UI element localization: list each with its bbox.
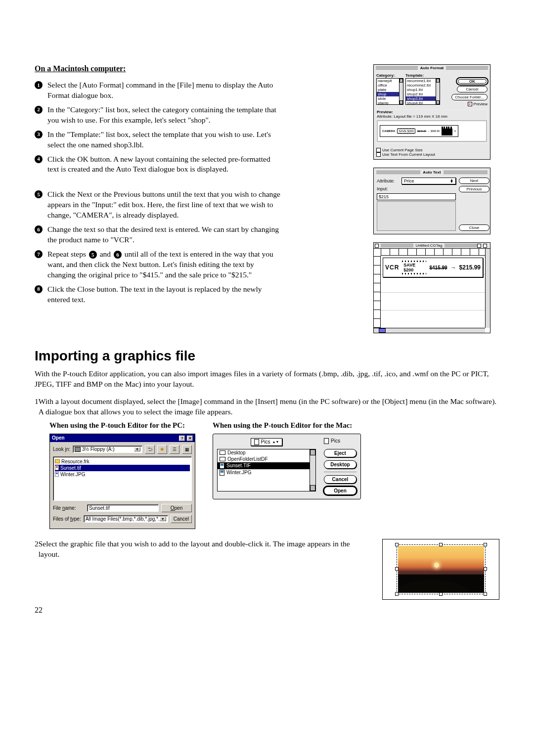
resize-handle[interactable]	[439, 592, 443, 596]
up-folder-button[interactable]: ⮌	[145, 445, 155, 454]
attribute-select[interactable]: Price ▲▼	[401, 178, 456, 184]
input-field[interactable]: $215	[377, 193, 456, 200]
step-8-text: Click the Close button. The text in the …	[47, 284, 282, 305]
bullet-6: 6	[35, 225, 43, 233]
checkbox-icon: ✕	[468, 102, 472, 106]
step-6: 6 Change the text so that the desired te…	[35, 224, 282, 245]
close-icon[interactable]: ✕	[187, 436, 193, 441]
details-view-button[interactable]: ▦	[182, 445, 192, 454]
cancel-button[interactable]: Cancel	[457, 86, 488, 92]
lookin-combo[interactable]: 3½ Floppy (A:) ▼	[73, 445, 142, 453]
category-listbox[interactable]: namepltofficeplateshopslidestampvideo	[376, 78, 403, 105]
ruler-horizontal	[381, 249, 485, 256]
file-list[interactable]: Desktop OpenFolderListDF Sunset.TIF Wint…	[217, 449, 316, 491]
new-folder-button[interactable]: ✱	[157, 445, 167, 454]
open-button[interactable]: Open	[161, 504, 192, 512]
eject-button[interactable]: Eject	[324, 449, 356, 457]
canvas[interactable]: VCR SAVE $200 $415.99 → $215.99	[381, 256, 485, 328]
window-title: Untitled:CGTag	[413, 243, 444, 248]
folder-icon	[220, 450, 225, 455]
file-icon	[55, 472, 59, 477]
scrollbar[interactable]	[399, 79, 403, 104]
open-button[interactable]: Open	[324, 487, 356, 495]
bullet-2: 2	[35, 106, 43, 114]
updown-icon: ▲▼	[272, 441, 279, 443]
step-3: 3 In the "Template:" list box, select th…	[35, 130, 282, 150]
template-listbox[interactable]: recomme1.lblrecomme2.lblshop1.lblshop2.l…	[405, 78, 440, 105]
list-view-button[interactable]: ☰	[170, 445, 179, 454]
close-button[interactable]: Close	[459, 224, 490, 231]
choose-folder-button[interactable]: Choose Folder...	[451, 94, 488, 100]
category-label: Category:	[376, 73, 403, 78]
scrollbar[interactable]	[310, 449, 315, 491]
resize-handle[interactable]	[395, 567, 399, 571]
preview-canvas: CAMERA SAVE $200 $549.99 → $399.99 0	[377, 120, 487, 142]
list-item[interactable]: shop2.lbl	[406, 92, 440, 96]
dialog-title: Open	[52, 435, 65, 441]
list-item[interactable]: shop1.lbl	[406, 88, 440, 92]
bullet-2: 2	[35, 539, 39, 560]
autotext-body	[377, 201, 456, 231]
filename-input[interactable]: Sunset.tif	[87, 504, 159, 512]
zoom-icon[interactable]	[477, 244, 481, 248]
step-2: 2 In the "Category:" list box, select th…	[35, 105, 282, 126]
resize-handle[interactable]	[395, 543, 399, 546]
preview-checkbox[interactable]: ✕ Preview	[468, 102, 488, 106]
collapse-icon[interactable]	[483, 244, 487, 248]
file-icon	[55, 465, 59, 470]
dropdown-icon[interactable]: ▼	[134, 447, 140, 451]
next-button[interactable]: Next	[459, 178, 490, 184]
import-step-1: 1 With a layout document displayed, sele…	[35, 397, 499, 417]
mac-open-dialog: Pics ▲▼ Desktop OpenFolderListDF Sunset.…	[213, 434, 361, 499]
lookin-label: Look in:	[53, 446, 70, 452]
dialog-title: Auto Format	[418, 66, 446, 70]
previous-button[interactable]: Previous	[459, 186, 490, 192]
step-2-text: In the "Category:" list box, select the …	[47, 105, 282, 126]
dialog-titlebar: Auto Text	[374, 169, 490, 176]
filetype-combo[interactable]: All Image Files(*.bmp,*.dib,*.jpg,*.gif,…	[84, 515, 168, 523]
list-item[interactable]: recomme1.lbl	[406, 79, 440, 83]
inline-bullet-6: 6	[114, 251, 122, 259]
import-step-2: 2 Select the graphic file that you wish …	[35, 539, 367, 560]
resize-handle[interactable]	[484, 592, 487, 596]
step-8: 8 Click the Close button. The text in th…	[35, 284, 282, 305]
use-text-from-checkbox[interactable]: Use Text From Current Layout	[376, 152, 488, 157]
folder-popup[interactable]: Pics ▲▼	[251, 438, 283, 446]
cancel-button[interactable]: Cancel	[324, 475, 356, 484]
inline-bullet-5: 5	[89, 251, 97, 259]
help-icon[interactable]: ?	[179, 436, 185, 441]
scrollbar[interactable]	[436, 79, 440, 104]
drive-label: Pics	[324, 438, 340, 444]
step-1-text: Select the [Auto Format] command in the …	[47, 80, 282, 101]
scrollbar-vertical[interactable]	[485, 249, 490, 328]
step-5: 5 Click the Next or the Previous buttons…	[35, 189, 282, 221]
resize-handle[interactable]	[484, 567, 487, 571]
list-item[interactable]: shop4.lbl	[406, 101, 440, 105]
ok-button[interactable]: OK	[457, 78, 488, 85]
resize-handle[interactable]	[439, 543, 443, 546]
step-4-text: Click the OK button. A new layout contai…	[47, 154, 282, 175]
label-old-price: $415.99	[429, 265, 447, 270]
layout-with-image	[382, 539, 499, 600]
bullet-8: 8	[35, 285, 43, 293]
dialog-titlebar: Auto Format	[374, 65, 490, 71]
step-7-text: Repeat steps 5 and 6 until all of the te…	[47, 249, 282, 280]
ruler-vertical	[374, 256, 381, 328]
cancel-button[interactable]: Cancel	[171, 515, 192, 523]
checkbox-icon	[376, 152, 381, 157]
list-item[interactable]: shop3.lbl	[406, 96, 440, 101]
list-item[interactable]: recomme2.lbl	[406, 83, 440, 88]
use-current-page-checkbox[interactable]: Use Current Page Size	[376, 148, 488, 152]
file-list[interactable]: Resource.frk Sunset.tif Winter.JPG	[53, 456, 192, 501]
step-1: 1 Select the [Auto Format] command in th…	[35, 80, 282, 101]
resize-handle[interactable]	[484, 543, 487, 546]
disk-icon	[324, 438, 329, 444]
dropdown-icon[interactable]: ▼	[160, 517, 166, 521]
image-selection[interactable]	[397, 544, 486, 594]
desktop-button[interactable]: Desktop	[324, 460, 356, 469]
close-icon[interactable]	[375, 244, 379, 248]
resize-handle[interactable]	[395, 592, 399, 596]
window-titlebar: Untitled:CGTag	[374, 243, 490, 249]
scrollbar-horizontal[interactable]	[374, 328, 485, 333]
folder-icon	[220, 457, 225, 461]
